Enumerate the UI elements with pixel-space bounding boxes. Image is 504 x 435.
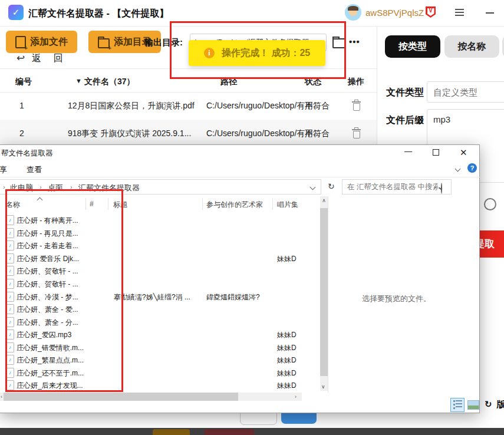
file-album: 妹妹D: [277, 381, 297, 391]
vip-shield-letter: V: [426, 7, 436, 14]
file-album: 妹妹D: [277, 343, 297, 353]
refresh-address-icon[interactable]: ↻: [328, 182, 335, 191]
row-no: 1: [19, 101, 24, 110]
row-path: C:/Users/ruguo/Desktop/有用...: [206, 128, 320, 139]
status-badge: 不符合: [305, 101, 330, 111]
minimize-button[interactable]: [486, 12, 494, 14]
row-no: 2: [19, 128, 24, 138]
filter-arrow-icon[interactable]: ▼: [75, 77, 82, 84]
table-row[interactable]: 2 918事变 升旗仪式演讲 2025.9.1... C:/Users/rugu…: [0, 120, 377, 147]
col-name[interactable]: 文件名（37）: [84, 77, 135, 87]
window-title: 帮文件名提取器: [1, 149, 53, 159]
bottom-red-button[interactable]: [205, 429, 254, 435]
status-badge: 不符合: [305, 128, 330, 139]
file-suffix-value: mp3: [433, 114, 450, 124]
annotation-box-output: [170, 21, 346, 79]
menu-icon[interactable]: [455, 9, 464, 10]
vertical-scrollbar[interactable]: ∧ ∨: [320, 196, 328, 391]
scroll-left-icon[interactable]: ‹: [1, 394, 2, 400]
tab-by-name[interactable]: 按名称: [444, 35, 499, 58]
vip-shield-icon[interactable]: V: [426, 6, 436, 18]
window-close-button[interactable]: ✕: [460, 147, 467, 158]
search-icon: [441, 183, 442, 194]
bottom-bar: [0, 428, 504, 435]
list-col-artist[interactable]: 参与创作的艺术家: [206, 200, 263, 210]
details-view-icon[interactable]: [450, 398, 465, 412]
horizontal-scrollbar[interactable]: ‹ ›: [0, 393, 302, 401]
row-name: 918事变 升旗仪式演讲 2025.9.1...: [68, 128, 191, 139]
avatar-hair: [348, 6, 358, 11]
refresh-icon: ↻: [485, 399, 492, 409]
vertical-scroll-thumb[interactable]: [320, 208, 328, 376]
col-no[interactable]: 编号: [15, 77, 32, 87]
avatar[interactable]: [345, 4, 361, 21]
add-file-button[interactable]: 添加文件: [6, 31, 77, 53]
screen: ✓ 汇帮文件名提取器 - 【文件提取】 awS8PVjPqlsZ V 添加文件 …: [0, 0, 504, 435]
file-artist: 鍏夌熅鍣婇熅涔?: [206, 292, 276, 302]
window-minimize-button[interactable]: —: [404, 147, 412, 156]
menu-view[interactable]: 查看: [27, 164, 42, 175]
annotation-box-filelist: [5, 189, 123, 392]
address-dropdown-icon[interactable]: [310, 184, 316, 190]
file-type-input[interactable]: [427, 81, 504, 103]
add-file-icon: [15, 36, 26, 48]
file-title: 搴勫績濡?姊╲絓缁?涓 ...: [114, 292, 203, 302]
scroll-up-icon[interactable]: ∧: [320, 197, 328, 203]
search-input[interactable]: [342, 179, 452, 195]
row-name: 12月8日国家公祭日，升旗演讲.pdf: [68, 101, 195, 111]
ribbon-collapse-icon[interactable]: [455, 166, 461, 172]
more-button[interactable]: •••: [349, 37, 360, 47]
table-row[interactable]: 1 12月8日国家公祭日，升旗演讲.pdf C:/Users/ruguo/Des…: [0, 92, 377, 120]
file-album: 妹妹D: [277, 254, 297, 264]
username[interactable]: awS8PVjPqlsZ: [365, 8, 424, 18]
add-file-label: 添加文件: [30, 36, 68, 48]
scroll-down-icon[interactable]: ∨: [321, 384, 325, 390]
version-label: 版: [497, 399, 504, 409]
back-button[interactable]: 返 回: [32, 52, 67, 65]
add-dir-icon: [98, 38, 110, 48]
help-icon[interactable]: ?: [467, 163, 477, 173]
row-path: C:/Users/ruguo/Desktop/有用...: [206, 101, 320, 111]
file-suffix-label: 文件后缀: [386, 114, 424, 127]
menu-share[interactable]: 共享: [0, 164, 7, 175]
version-refresh[interactable]: ↻ 版: [485, 399, 504, 411]
back-icon[interactable]: ↩: [17, 52, 25, 64]
tab-by-type[interactable]: 按类型: [385, 35, 440, 58]
horizontal-scroll-thumb[interactable]: [4, 393, 238, 401]
thumbnail-view-icon[interactable]: [467, 400, 479, 410]
preview-placeholder: 选择要预览的文件。: [362, 294, 431, 304]
list-col-album[interactable]: 唱片集: [277, 200, 316, 210]
app-title: 汇帮文件名提取器 - 【文件提取】: [28, 8, 169, 20]
col-action: 操作: [348, 77, 364, 87]
app-logo-icon: ✓: [8, 5, 24, 20]
window-maximize-button[interactable]: [433, 149, 439, 156]
bottom-orange-button[interactable]: [153, 429, 190, 435]
file-album: 妹妹D: [277, 355, 297, 365]
file-type-label: 文件类型: [386, 87, 424, 99]
radio-button[interactable]: [484, 198, 496, 210]
scroll-right-icon[interactable]: ›: [295, 394, 297, 400]
file-album: 妹妹D: [277, 368, 297, 378]
file-album: 妹妹D: [277, 330, 297, 340]
